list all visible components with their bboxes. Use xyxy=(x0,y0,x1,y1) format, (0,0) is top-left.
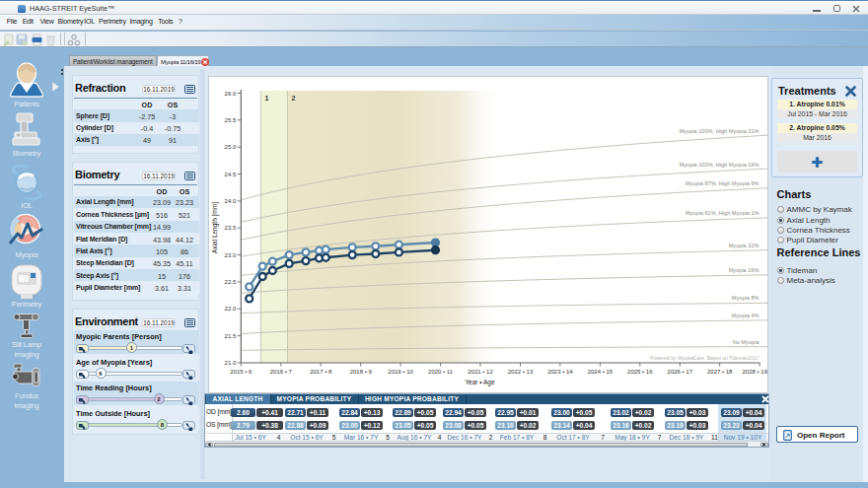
svg-text:2027 • 18: 2027 • 18 xyxy=(706,369,732,375)
svg-text:Powered by MyopiaCare. Based o: Powered by MyopiaCare. Based on Tideman2… xyxy=(650,355,760,361)
svg-text:Myopia 100%, High Myopia 16%: Myopia 100%, High Myopia 16% xyxy=(679,161,759,167)
svg-text:24.5: 24.5 xyxy=(224,171,236,176)
svg-text:2026 • 17: 2026 • 17 xyxy=(667,369,692,375)
svg-text:2020 • 11: 2020 • 11 xyxy=(428,369,454,375)
svg-text:23.0: 23.0 xyxy=(224,251,236,257)
svg-text:2022 • 13: 2022 • 13 xyxy=(507,369,533,375)
svg-text:Myopia 100%, High Myopia 31%: Myopia 100%, High Myopia 31% xyxy=(679,127,759,133)
svg-text:2015 • 6: 2015 • 6 xyxy=(230,369,253,375)
svg-text:Myopia 32%: Myopia 32% xyxy=(728,242,759,247)
svg-text:23.5: 23.5 xyxy=(224,225,236,231)
svg-text:22.0: 22.0 xyxy=(224,306,236,312)
svg-text:2016 • 7: 2016 • 7 xyxy=(269,369,292,375)
svg-text:2025 • 16: 2025 • 16 xyxy=(627,369,653,375)
svg-text:Year • Age: Year • Age xyxy=(465,378,495,385)
svg-text:2019 • 10: 2019 • 10 xyxy=(388,369,413,375)
svg-text:No Myopia: No Myopia xyxy=(732,338,760,344)
svg-text:22.5: 22.5 xyxy=(224,278,236,284)
svg-text:Axial Length [mm]: Axial Length [mm] xyxy=(211,201,219,252)
svg-text:2023 • 14: 2023 • 14 xyxy=(547,369,573,375)
svg-text:Myopia 16%: Myopia 16% xyxy=(728,267,759,273)
svg-text:21.5: 21.5 xyxy=(224,332,236,338)
svg-text:2021 • 12: 2021 • 12 xyxy=(468,369,493,375)
svg-text:2: 2 xyxy=(291,94,295,101)
svg-text:26.0: 26.0 xyxy=(224,90,236,96)
svg-text:2024 • 15: 2024 • 15 xyxy=(587,369,613,375)
svg-text:21.0: 21.0 xyxy=(224,360,236,366)
svg-text:Myopia 4%: Myopia 4% xyxy=(731,312,759,317)
svg-text:Myopia 8%: Myopia 8% xyxy=(731,295,759,301)
svg-text:Myopia 87%, High Myopia 9%: Myopia 87%, High Myopia 9% xyxy=(685,180,759,186)
svg-text:25.0: 25.0 xyxy=(224,144,236,150)
svg-text:24.0: 24.0 xyxy=(224,197,236,203)
svg-text:2018 • 9: 2018 • 9 xyxy=(349,369,372,375)
svg-text:2017 • 8: 2017 • 8 xyxy=(310,369,332,375)
svg-text:1: 1 xyxy=(264,94,268,101)
svg-text:2028 • 19: 2028 • 19 xyxy=(742,369,766,375)
svg-text:25.5: 25.5 xyxy=(224,116,236,122)
svg-text:Myopia 61%, High Myopia 1%: Myopia 61%, High Myopia 1% xyxy=(685,210,759,216)
